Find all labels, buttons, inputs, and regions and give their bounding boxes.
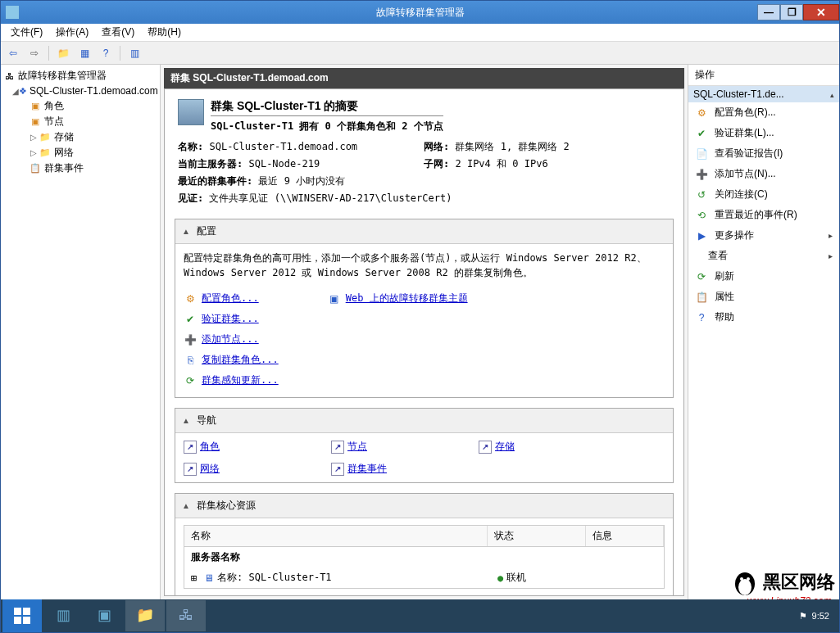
tree-events-label: 群集事件 <box>44 161 84 175</box>
help-toolbar-button[interactable]: ? <box>97 44 115 62</box>
web-topic-icon: ▣ <box>328 292 341 305</box>
task-explorer[interactable]: 📁 <box>125 600 165 631</box>
section-config-header[interactable]: ▲ 配置 <box>175 219 673 244</box>
nav-events[interactable]: 群集事件 <box>347 462 387 476</box>
action-view-report[interactable]: 📄查看验证报告(I) <box>688 143 839 164</box>
svg-rect-4 <box>14 608 21 615</box>
section-nav-header[interactable]: ▲ 导航 <box>175 409 673 433</box>
tree-root[interactable]: 🖧 故障转移群集管理器 <box>2 68 158 84</box>
system-tray[interactable]: ⚑ 9:52 <box>799 611 838 622</box>
task-server-manager[interactable]: ▥ <box>43 600 83 631</box>
online-status-icon: ● <box>497 572 503 584</box>
action-close-connection[interactable]: ↺关闭连接(C) <box>688 184 839 205</box>
tree-nodes[interactable]: ▣ 节点 <box>2 114 158 129</box>
center-body[interactable]: 群集 SQL-Cluster-T1 的摘要 SQL-Cluster-T1 拥有 … <box>164 88 684 596</box>
validate-icon: ✔ <box>695 127 708 140</box>
col-info[interactable]: 信息 <box>586 526 664 546</box>
collapse-icon: ▲ <box>182 416 190 425</box>
configure-role-icon: ⚙ <box>695 106 708 120</box>
add-node-icon: ➕ <box>184 333 197 346</box>
nav-nodes[interactable]: 节点 <box>347 440 367 454</box>
properties-icon: 📋 <box>695 291 708 304</box>
link-configure-role[interactable]: 配置角色... <box>202 292 259 305</box>
report-icon: 📄 <box>695 147 708 161</box>
row-name: 名称: SQL-Cluster-T1 <box>217 571 332 585</box>
action-refresh[interactable]: ⟳刷新 <box>688 266 839 287</box>
cluster-summary-icon <box>178 99 204 125</box>
label-name: 名称: <box>178 141 203 152</box>
task-powershell[interactable]: ▣ <box>84 600 124 631</box>
action-validate-cluster[interactable]: ✔验证群集(L)... <box>688 123 839 143</box>
tree-storage-label: 存储 <box>54 130 74 144</box>
value-witness: 文件共享见证 (\\WINSERV-AD-217\ClusterCert) <box>209 192 452 204</box>
expand-icon[interactable]: ▷ <box>29 133 39 142</box>
tree-roles[interactable]: ▣ 角色 <box>2 98 158 114</box>
close-button[interactable]: ✕ <box>803 4 839 20</box>
minimize-button[interactable]: — <box>757 4 780 20</box>
summary-title: 群集 SQL-Cluster-T1 的摘要 <box>211 99 443 116</box>
expand-icon[interactable]: ▷ <box>29 148 39 157</box>
action-properties[interactable]: 📋属性 <box>688 287 839 307</box>
tree-cluster[interactable]: ◢ ❖ SQL-Cluster-T1.demoad.com <box>2 84 158 98</box>
action-help[interactable]: ?帮助 <box>688 307 839 328</box>
tree-networks[interactable]: ▷ 📁 网络 <box>2 145 158 161</box>
section-core-header[interactable]: ▲ 群集核心资源 <box>175 494 673 518</box>
actions-context-header[interactable]: SQL-Cluster-T1.de... <box>688 86 839 102</box>
collapse-icon: ▲ <box>182 501 190 510</box>
table-row[interactable]: ⊞ 🖥 名称: SQL-Cluster-T1 ● 联机 <box>184 567 664 588</box>
events-icon: 📋 <box>29 162 42 175</box>
expand-icon[interactable]: ⊞ <box>191 572 201 584</box>
link-copy-role[interactable]: 复制群集角色... <box>202 353 279 367</box>
menu-view[interactable]: 查看(V) <box>95 24 141 41</box>
group-server-name[interactable]: 服务器名称 <box>184 547 664 567</box>
close-conn-icon: ↺ <box>695 188 708 201</box>
col-name[interactable]: 名称 <box>184 526 488 546</box>
svg-rect-7 <box>23 617 30 624</box>
task-cluster-manager[interactable]: 🖧 <box>166 600 206 631</box>
actions-title: 操作 <box>688 65 839 86</box>
tray-time[interactable]: 9:52 <box>812 611 829 621</box>
chevron-up-icon <box>830 88 834 100</box>
center-header: 群集 SQL-Cluster-T1.demoad.com <box>164 68 684 88</box>
menu-help[interactable]: 帮助(H) <box>141 24 188 41</box>
forward-button[interactable]: ⇨ <box>25 44 43 62</box>
value-network: 群集网络 1, 群集网络 2 <box>455 141 569 152</box>
action-view[interactable]: 查看 <box>688 246 839 266</box>
action-configure-role[interactable]: ⚙配置角色(R)... <box>688 102 839 123</box>
tree-nodes-label: 节点 <box>44 115 64 129</box>
value-subnet: 2 IPv4 和 0 IPv6 <box>455 158 547 170</box>
nav-arrow-icon: ↗ <box>479 441 492 454</box>
tray-flag-icon[interactable]: ⚑ <box>799 611 807 622</box>
details-toolbar-button[interactable]: ▥ <box>125 44 143 62</box>
start-button[interactable] <box>2 599 42 632</box>
tree-roles-label: 角色 <box>44 99 64 113</box>
link-aware-update[interactable]: 群集感知更新... <box>202 373 279 387</box>
tree-root-label: 故障转移群集管理器 <box>18 69 107 83</box>
action-reset-events[interactable]: ⟲重置最近的事件(R) <box>688 205 839 225</box>
link-add-node[interactable]: 添加节点... <box>202 332 259 346</box>
windows-logo-icon <box>14 608 30 624</box>
nav-networks[interactable]: 网络 <box>200 462 220 476</box>
menu-action[interactable]: 操作(A) <box>49 24 95 41</box>
tree-storage[interactable]: ▷ 📁 存储 <box>2 129 158 145</box>
collapse-icon[interactable]: ◢ <box>12 87 19 96</box>
action-more[interactable]: ▶更多操作 <box>688 225 839 246</box>
folder-up-button[interactable]: 📁 <box>54 44 72 62</box>
nav-storage[interactable]: 存储 <box>495 440 515 454</box>
nav-roles[interactable]: 角色 <box>200 440 220 454</box>
tree-networks-label: 网络 <box>54 146 74 160</box>
link-validate[interactable]: 验证群集... <box>202 312 259 326</box>
copy-role-icon: ⎘ <box>184 354 197 367</box>
section-core: ▲ 群集核心资源 名称 状态 信息 服务器名称 <box>175 493 674 596</box>
maximize-button[interactable]: ❐ <box>780 4 803 20</box>
networks-icon: 📁 <box>39 147 52 160</box>
label-network: 网络: <box>424 141 449 152</box>
link-web-topic[interactable]: Web 上的故障转移群集主题 <box>346 292 468 305</box>
storage-icon: 📁 <box>39 131 52 144</box>
action-add-node[interactable]: ➕添加节点(N)... <box>688 164 839 184</box>
col-status[interactable]: 状态 <box>488 526 586 546</box>
back-button[interactable]: ⇦ <box>4 44 22 62</box>
tree-events[interactable]: 📋 群集事件 <box>2 161 158 176</box>
view-mode-button[interactable]: ▦ <box>75 44 93 62</box>
menu-file[interactable]: 文件(F) <box>4 24 49 41</box>
